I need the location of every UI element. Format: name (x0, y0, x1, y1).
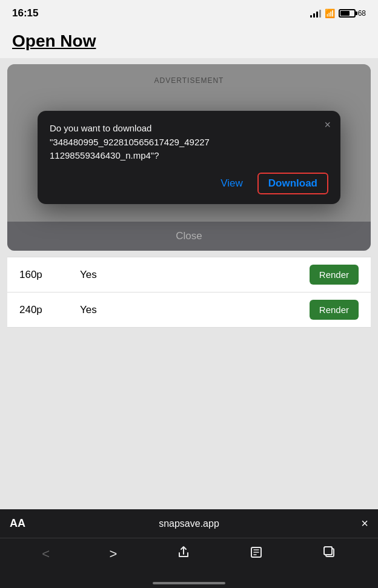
dialog-close-icon[interactable]: × (324, 119, 331, 130)
signal-bars-icon (310, 9, 321, 18)
battery-icon (339, 9, 356, 18)
status-bar: 16:15 📶 68 (0, 0, 378, 27)
svg-rect-2 (324, 547, 332, 555)
share-button[interactable] (177, 546, 190, 563)
browser-navigation: < > (0, 538, 378, 570)
dialog-overlay: × Do you want to download "348480995_922… (7, 64, 371, 251)
battery-percentage: 68 (358, 9, 366, 18)
audio-cell: Yes (80, 304, 310, 316)
tabs-button[interactable] (323, 546, 336, 563)
home-indicator (153, 582, 225, 584)
browser-close-button[interactable]: × (344, 517, 368, 530)
resolution-cell: 160p (19, 269, 80, 281)
signal-bar-4 (319, 10, 321, 18)
status-icons: 📶 68 (310, 8, 366, 18)
bookmarks-button[interactable] (250, 546, 263, 563)
page-title: Open Now (12, 31, 96, 50)
table-row: 160p Yes Render (7, 257, 371, 292)
signal-bar-1 (310, 15, 312, 18)
audio-cell: Yes (80, 269, 310, 281)
signal-bar-3 (316, 12, 318, 18)
signal-bar-2 (313, 13, 315, 18)
resolution-cell: 240p (19, 304, 80, 316)
view-button[interactable]: View (220, 177, 243, 190)
status-time: 16:15 (12, 7, 38, 19)
browser-url-bar: AA snapsave.app × (0, 509, 378, 538)
wifi-icon: 📶 (325, 8, 335, 18)
render-button-160p[interactable]: Render (310, 265, 359, 285)
download-button[interactable]: Download (257, 173, 328, 194)
battery-level (340, 11, 350, 16)
page-header: Open Now (0, 27, 378, 58)
render-button-240p[interactable]: Render (310, 300, 359, 320)
table-row: 240p Yes Render (7, 292, 371, 328)
content-area: ADVERTISEMENT × Do you want to download … (7, 64, 371, 251)
browser-bar: AA snapsave.app × < > (0, 509, 378, 588)
dialog-box: × Do you want to download "348480995_922… (38, 111, 340, 204)
dialog-actions: View Download (50, 173, 328, 194)
back-button[interactable]: < (42, 546, 50, 562)
forward-button[interactable]: > (110, 546, 118, 562)
table-area: 160p Yes Render 240p Yes Render (7, 257, 371, 328)
battery-container: 68 (339, 9, 366, 18)
browser-url-display[interactable]: snapsave.app (34, 518, 344, 529)
browser-aa-button[interactable]: AA (10, 517, 34, 530)
dialog-message: Do you want to download "348480995_92281… (50, 122, 328, 163)
